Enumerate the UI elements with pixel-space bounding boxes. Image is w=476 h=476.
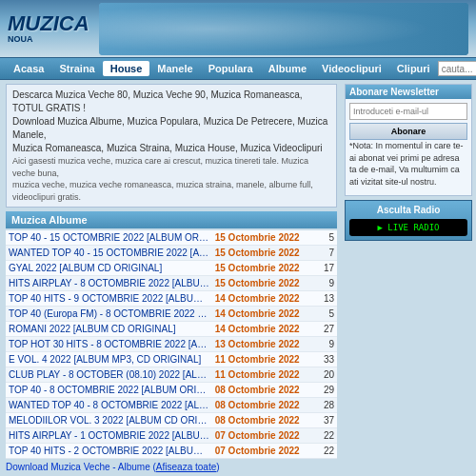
nav-item-albume[interactable]: Albume: [261, 61, 314, 76]
promo-line3: Muzica Romaneasca, Muzica Straina, Muzic…: [12, 142, 330, 155]
promo-line5: muzica veche, muzica veche romaneasca, m…: [12, 179, 330, 203]
table-row: TOP HOT 30 HITS - 8 OCTOMBRIE 2022 [ALBU…: [6, 337, 337, 352]
track-title[interactable]: GYAL 2022 [ALBUM CD ORIGINAL]: [6, 261, 212, 276]
promo-line1: Descarca Muzica Veche 80, Muzica Veche 9…: [12, 89, 330, 115]
track-title[interactable]: TOP HOT 30 HITS - 8 OCTOMBRIE 2022 [ALBU…: [6, 337, 212, 352]
table-row: TOP 40 (Europa FM) - 1 OCTOMBRIE 2022 [A…: [6, 459, 337, 460]
track-num: 18: [318, 459, 337, 460]
newsletter-box: Abonare Newsletter Abonare *Nota: In mom…: [345, 84, 472, 196]
table-row: TOP 40 HITS - 2 OCTOMBRIE 2022 [ALBUM CD…: [6, 444, 337, 459]
table-row: HITS AIRPLAY - 1 OCTOMBRIE 2022 [ALBUM O…: [6, 428, 337, 444]
nav-item-straina[interactable]: Straina: [51, 61, 102, 76]
track-num: 13: [318, 291, 337, 307]
track-num: 22: [318, 428, 337, 444]
header-banner: [99, 3, 468, 55]
sidebar: Abonare Newsletter Abonare *Nota: In mom…: [343, 80, 476, 476]
content-area: Descarca Muzica Veche 80, Muzica Veche 9…: [0, 80, 343, 476]
track-date: 15 Octombrie 2022: [212, 261, 318, 276]
nav-item-acasa[interactable]: Acasa: [6, 61, 51, 76]
radio-box: Asculta Radio ▶ LIVE RADIO: [345, 200, 472, 241]
track-title[interactable]: E VOL. 4 2022 [ALBUM MP3, CD ORIGINAL]: [6, 352, 212, 367]
promo-line4: Aici gasesti muzica veche, muzica care a…: [12, 155, 330, 179]
track-date: 14 Octombrie 2022: [212, 291, 318, 307]
track-num: 7: [318, 246, 337, 261]
newsletter-note: *Nota: In momentul in care te-ai abonat …: [349, 140, 467, 188]
table-row: CLUB PLAY - 8 OCTOBER (08.10) 2022 [ALBU…: [6, 367, 337, 383]
table-row: WANTED TOP 40 - 8 OCTOMBRIE 2022 [ALBUM …: [6, 398, 337, 413]
track-num: 27: [318, 322, 337, 337]
logo-subtext: NOUA: [8, 34, 89, 44]
track-title[interactable]: TOP 40 HITS - 9 OCTOMBRIE 2022 [ALBUM CD…: [6, 291, 212, 307]
track-num: 5: [318, 307, 337, 322]
table-row: WANTED TOP 40 - 15 OCTOMBRIE 2022 [ALBUM…: [6, 246, 337, 261]
search-input[interactable]: [438, 61, 476, 76]
nav-item-manele[interactable]: Manele: [149, 61, 200, 76]
navigation: Acasa Straina House Manele Populara Albu…: [0, 57, 476, 80]
track-num: 9: [318, 337, 337, 352]
table-row: ROMANI 2022 [ALBUM CD ORIGINAL] 14 Octom…: [6, 322, 337, 337]
promo-box: Descarca Muzica Veche 80, Muzica Veche 9…: [6, 84, 337, 208]
search-area: Go: [438, 61, 476, 76]
track-title[interactable]: MELODIILOR VOL. 3 2022 [ALBUM CD ORIGINA…: [6, 413, 212, 428]
track-date: 15 Octombrie 2022: [212, 230, 318, 246]
promo-line2: Download Muzica Albume, Muzica Populara,…: [12, 115, 330, 142]
radio-player[interactable]: ▶ LIVE RADIO: [349, 219, 467, 236]
track-num: 22: [318, 444, 337, 459]
header: MUZICA NOUA: [0, 0, 476, 57]
show-all-link[interactable]: Afiseaza toate: [156, 462, 216, 472]
track-date: 08 Octombrie 2022: [212, 383, 318, 398]
nav-item-house[interactable]: House: [103, 61, 150, 76]
track-date: 14 Octombrie 2022: [212, 307, 318, 322]
track-date: 13 Octombrie 2022: [212, 337, 318, 352]
table-row: TOP 40 - 8 OCTOMBRIE 2022 [ALBUM ORIGINA…: [6, 383, 337, 398]
nav-item-populara[interactable]: Populara: [201, 61, 261, 76]
table-row: TOP 40 HITS - 9 OCTOMBRIE 2022 [ALBUM CD…: [6, 291, 337, 307]
track-date: 08 Octombrie 2022: [212, 398, 318, 413]
logo-text: MUZICA: [8, 13, 89, 34]
track-date: 15 Octombrie 2022: [212, 276, 318, 291]
table-row: TOP 40 - 15 OCTOMBRIE 2022 [ALBUM ORIGIN…: [6, 230, 337, 246]
track-title[interactable]: TOP 40 - 8 OCTOMBRIE 2022 [ALBUM ORIGINA…: [6, 383, 212, 398]
track-title[interactable]: HITS AIRPLAY - 1 OCTOMBRIE 2022 [ALBUM O…: [6, 428, 212, 444]
track-title[interactable]: WANTED TOP 40 - 15 OCTOMBRIE 2022 [ALBUM…: [6, 246, 212, 261]
track-num: 20: [318, 367, 337, 383]
track-date: 08 Octombrie 2022: [212, 413, 318, 428]
music-table-container: TOP 40 - 15 OCTOMBRIE 2022 [ALBUM ORIGIN…: [6, 230, 337, 459]
track-title[interactable]: TOP 40 (Europa FM) - 1 OCTOMBRIE 2022 [A…: [6, 459, 212, 460]
nav-item-clipuri[interactable]: Clipuri: [389, 61, 438, 76]
promo-line1-text: Descarca Muzica Veche 80, Muzica Veche 9…: [12, 89, 303, 113]
table-row: HITS AIRPLAY - 8 OCTOMBRIE 2022 [ALBUM O…: [6, 276, 337, 291]
track-date: 07 Octombrie 2022: [212, 459, 318, 460]
table-row: MELODIILOR VOL. 3 2022 [ALBUM CD ORIGINA…: [6, 413, 337, 428]
track-date: 15 Octombrie 2022: [212, 246, 318, 261]
track-title[interactable]: CLUB PLAY - 8 OCTOBER (08.10) 2022 [ALBU…: [6, 367, 212, 383]
track-title[interactable]: TOP 40 HITS - 2 OCTOMBRIE 2022 [ALBUM CD…: [6, 444, 212, 459]
track-date: 11 Octombrie 2022: [212, 352, 318, 367]
table-row: TOP 40 (Europa FM) - 8 OCTOMBRIE 2022 [A…: [6, 307, 337, 322]
track-title[interactable]: TOP 40 - 15 OCTOMBRIE 2022 [ALBUM ORIGIN…: [6, 230, 212, 246]
radio-title: Asculta Radio: [349, 205, 467, 215]
track-date: 14 Octombrie 2022: [212, 322, 318, 337]
track-title[interactable]: HITS AIRPLAY - 8 OCTOMBRIE 2022 [ALBUM O…: [6, 276, 212, 291]
track-title[interactable]: WANTED TOP 40 - 8 OCTOMBRIE 2022 [ALBUM …: [6, 398, 212, 413]
download-text-end: ): [216, 462, 219, 472]
track-title[interactable]: TOP 40 (Europa FM) - 8 OCTOMBRIE 2022 [A…: [6, 307, 212, 322]
table-row: GYAL 2022 [ALBUM CD ORIGINAL] 15 Octombr…: [6, 261, 337, 276]
table-row: E VOL. 4 2022 [ALBUM MP3, CD ORIGINAL] 1…: [6, 352, 337, 367]
logo: MUZICA NOUA: [8, 13, 89, 44]
music-table: TOP 40 - 15 OCTOMBRIE 2022 [ALBUM ORIGIN…: [6, 230, 337, 459]
track-num: 29: [318, 383, 337, 398]
main-container: Descarca Muzica Veche 80, Muzica Veche 9…: [0, 80, 476, 476]
nav-item-videoclipuri[interactable]: Videoclipuri: [314, 61, 389, 76]
download-link-area: Download Muzica Veche - Albume (Afiseaza…: [6, 462, 337, 472]
track-title[interactable]: ROMANI 2022 [ALBUM CD ORIGINAL]: [6, 322, 212, 337]
newsletter-email-input[interactable]: [349, 103, 467, 120]
track-date: 07 Octombrie 2022: [212, 444, 318, 459]
newsletter-title: Abonare Newsletter: [346, 85, 471, 99]
section-title: Muzica Albume: [6, 211, 337, 228]
newsletter-subscribe-button[interactable]: Abonare: [349, 123, 467, 140]
track-date: 11 Octombrie 2022: [212, 367, 318, 383]
track-num: 28: [318, 398, 337, 413]
download-text: Download Muzica Veche - Albume (: [6, 462, 156, 472]
track-date: 07 Octombrie 2022: [212, 428, 318, 444]
